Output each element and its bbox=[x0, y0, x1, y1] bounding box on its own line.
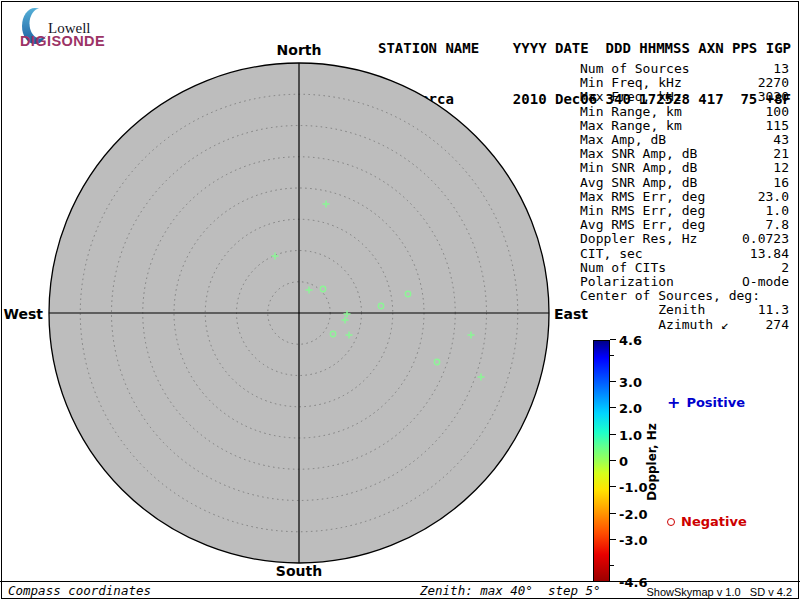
colorbar-tick-label: 2.0 bbox=[619, 401, 642, 416]
compass-label-south: South bbox=[276, 563, 322, 579]
stats-row: Max Amp, dB43 bbox=[580, 133, 789, 147]
stats-value: 274 bbox=[766, 318, 789, 332]
colorbar-tick-label: 4.6 bbox=[619, 333, 642, 348]
stats-label: Min Range, km bbox=[580, 105, 682, 119]
stats-row: Max Freq, kHz3020 bbox=[580, 90, 789, 104]
stats-row: PolarizationO-mode bbox=[580, 275, 789, 289]
stats-row: Max RMS Err, deg23.0 bbox=[580, 190, 789, 204]
stats-row: Max SNR Amp, dB21 bbox=[580, 147, 789, 161]
stats-row: Num of Sources13 bbox=[580, 62, 789, 76]
stats-value: 100 bbox=[766, 105, 789, 119]
colorbar-minor-tick bbox=[610, 355, 614, 356]
stats-label: Avg SNR Amp, dB bbox=[580, 176, 697, 190]
stats-value: 115 bbox=[766, 119, 789, 133]
stats-value: 13 bbox=[773, 62, 789, 76]
stats-label: Num of Sources bbox=[580, 62, 690, 76]
stats-value: 2270 bbox=[758, 76, 789, 90]
stats-value: 7.8 bbox=[766, 218, 789, 232]
compass-label-north: North bbox=[277, 42, 322, 58]
stats-label: Max Range, km bbox=[580, 119, 682, 133]
stats-row: Azimuth ↙274 bbox=[580, 318, 789, 332]
colorbar-axis-label: Doppler, Hz bbox=[645, 423, 659, 501]
colorbar-tick bbox=[610, 513, 616, 514]
stats-row: Min SNR Amp, dB12 bbox=[580, 161, 789, 175]
stats-value: O-mode bbox=[742, 275, 789, 289]
compass-label-west: West bbox=[4, 306, 46, 322]
colorbar-tick bbox=[610, 407, 616, 408]
zenith-scale-label: Zenith: max 40° step 5° bbox=[420, 583, 601, 598]
stats-label: Max Amp, dB bbox=[580, 133, 666, 147]
stats-label: Min Freq, kHz bbox=[580, 76, 682, 90]
stats-value: 2 bbox=[781, 261, 789, 275]
stats-value: 1.0 bbox=[766, 204, 789, 218]
stats-label: Max RMS Err, deg bbox=[580, 190, 705, 204]
colorbar-tick-label: -1.0 bbox=[619, 480, 647, 495]
colorbar-tick bbox=[610, 486, 616, 487]
stats-label: CIT, sec bbox=[580, 247, 643, 261]
colorbar-tick-label: -3.0 bbox=[619, 532, 647, 547]
stats-row: Doppler Res, Hz0.0723 bbox=[580, 232, 789, 246]
software-version-label: ShowSkymap v 1.0 SD v 4.2 bbox=[646, 586, 792, 598]
colorbar-tick-label: -2.0 bbox=[619, 506, 647, 521]
stats-row: Min Range, km100 bbox=[580, 105, 789, 119]
stats-label: Zenith bbox=[580, 303, 705, 317]
stats-value: 43 bbox=[773, 133, 789, 147]
colorbar-tick-label: 3.0 bbox=[619, 375, 642, 390]
stats-value: 0.0723 bbox=[742, 232, 789, 246]
stats-label: Max SNR Amp, dB bbox=[580, 147, 697, 161]
stats-label: Azimuth ↙ bbox=[580, 318, 729, 332]
plus-marker-icon: + bbox=[667, 396, 680, 409]
stats-label: Center of Sources, deg: bbox=[580, 289, 760, 303]
doppler-colorbar bbox=[593, 340, 610, 582]
colorbar-tick bbox=[610, 339, 616, 340]
stats-row: Max Range, km115 bbox=[580, 119, 789, 133]
stats-label: Max Freq, kHz bbox=[580, 90, 682, 104]
stats-value: 23.0 bbox=[758, 190, 789, 204]
stats-value: 3020 bbox=[758, 90, 789, 104]
footer-divider bbox=[0, 581, 800, 582]
circle-marker-icon bbox=[667, 518, 675, 526]
colorbar-tick-label: 1.0 bbox=[619, 427, 642, 442]
stats-value: 21 bbox=[773, 147, 789, 161]
stats-label: Num of CITs bbox=[580, 261, 666, 275]
colorbar-tick-label: -4.6 bbox=[619, 575, 647, 590]
statistics-panel: Num of Sources13Min Freq, kHz2270Max Fre… bbox=[580, 62, 789, 332]
stats-label: Doppler Res, Hz bbox=[580, 232, 697, 246]
stats-row: Avg RMS Err, deg7.8 bbox=[580, 218, 789, 232]
stats-row: CIT, sec13.84 bbox=[580, 247, 789, 261]
stats-value: 12 bbox=[773, 161, 789, 175]
stats-value: 11.3 bbox=[758, 303, 789, 317]
legend-negative: Negative bbox=[667, 514, 747, 529]
stats-row: Avg SNR Amp, dB16 bbox=[580, 176, 789, 190]
stats-label: Min SNR Amp, dB bbox=[580, 161, 697, 175]
legend-positive: + Positive bbox=[667, 395, 745, 410]
coordinate-system-label: Compass coordinates bbox=[8, 583, 151, 598]
stats-row: Min Freq, kHz2270 bbox=[580, 76, 789, 90]
colorbar-tick bbox=[610, 460, 616, 461]
stats-label: Min RMS Err, deg bbox=[580, 204, 705, 218]
colorbar-tick bbox=[610, 434, 616, 435]
stats-row: Num of CITs2 bbox=[580, 261, 789, 275]
colorbar-tick bbox=[610, 381, 616, 382]
colorbar-tick bbox=[610, 539, 616, 540]
legend-negative-label: Negative bbox=[681, 514, 747, 529]
stats-row: Zenith11.3 bbox=[580, 303, 789, 317]
stats-row: Center of Sources, deg: bbox=[580, 289, 789, 303]
stats-value: 16 bbox=[773, 176, 789, 190]
colorbar-minor-tick bbox=[610, 565, 614, 566]
colorbar-tick-label: 0 bbox=[619, 454, 628, 469]
stats-value: 13.84 bbox=[750, 247, 789, 261]
stats-row: Min RMS Err, deg1.0 bbox=[580, 204, 789, 218]
stats-label: Polarization bbox=[580, 275, 674, 289]
stats-label: Avg RMS Err, deg bbox=[580, 218, 705, 232]
legend-positive-label: Positive bbox=[686, 395, 745, 410]
